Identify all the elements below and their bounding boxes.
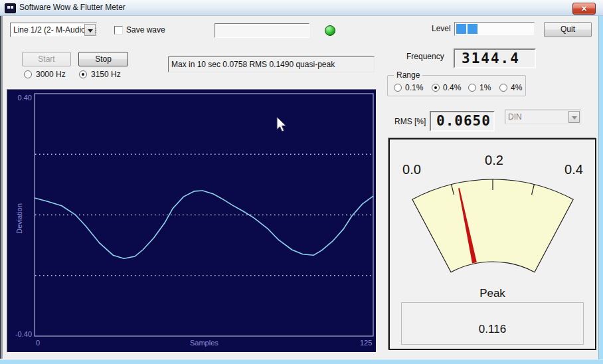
range-0.1-radio[interactable] xyxy=(394,84,402,92)
freq-3150hz-radio[interactable] xyxy=(79,70,87,78)
title-bar: Software Wow & Flutter Meter ✕ xyxy=(0,0,603,16)
x-min-tick: 0 xyxy=(36,339,40,347)
range-1-radio[interactable] xyxy=(468,84,476,92)
weighting-select[interactable]: DIN xyxy=(505,110,581,124)
close-button[interactable]: ✕ xyxy=(572,3,596,15)
peak-display: 0.116 xyxy=(401,302,584,345)
range-0.4-radio[interactable] xyxy=(432,84,440,92)
rms-label: RMS [%] xyxy=(394,117,426,126)
range-4-radio[interactable] xyxy=(499,84,507,92)
chevron-down-icon xyxy=(568,111,580,123)
x-max-tick: 125 xyxy=(360,339,372,347)
analog-meter-panel: 0.00.20.4 Peak 0.116 xyxy=(388,138,596,350)
peak-value: 0.116 xyxy=(402,323,583,336)
freq-3150hz-label: 3150 Hz xyxy=(91,70,121,79)
y-axis-label: Deviation xyxy=(15,203,23,234)
app-window: Software Wow & Flutter Meter ✕ Line 1/2 … xyxy=(0,0,603,364)
freq-3000hz-radio[interactable] xyxy=(24,70,32,78)
window-border-bottom xyxy=(0,359,603,364)
frequency-display: 3144.4 xyxy=(454,48,536,68)
deviation-chart-panel: 0.40 -0.40 0 Samples 125 Deviation xyxy=(7,89,377,353)
deviation-chart xyxy=(7,90,376,352)
x-axis-label: Samples xyxy=(190,339,218,347)
save-wave-label: Save wave xyxy=(126,25,165,35)
app-icon xyxy=(5,3,16,13)
range-group-label: Range xyxy=(394,70,422,80)
range-1-label: 1% xyxy=(479,83,491,92)
frequency-label: Frequency xyxy=(406,52,444,61)
freq-3000hz-label: 3000 Hz xyxy=(36,70,66,79)
filename-input[interactable] xyxy=(215,23,309,38)
svg-text:0.0: 0.0 xyxy=(402,162,421,177)
quit-button[interactable]: Quit xyxy=(544,22,592,37)
save-wave-checkbox[interactable] xyxy=(114,26,123,35)
y-max-tick: 0.40 xyxy=(18,94,32,102)
input-device-select[interactable]: Line 1/2 (2- M-Audio De xyxy=(10,23,97,37)
signal-led-icon xyxy=(325,25,335,36)
window-border-left xyxy=(0,16,3,359)
window-title: Software Wow & Flutter Meter xyxy=(19,3,126,12)
measurement-status: Max in 10 sec 0.0758 RMS 0.1490 quasi-pe… xyxy=(168,56,375,72)
range-0.4-label: 0.4% xyxy=(443,83,461,92)
stop-button[interactable]: Stop xyxy=(78,52,128,66)
chevron-down-icon[interactable] xyxy=(84,24,96,36)
window-border-right xyxy=(598,16,603,364)
start-button[interactable]: Start xyxy=(22,52,71,66)
level-meter xyxy=(454,22,535,36)
weighting-value: DIN xyxy=(508,112,522,122)
range-4-label: 4% xyxy=(511,83,522,92)
rms-display: 0.0650 xyxy=(430,111,495,132)
y-min-tick: -0.40 xyxy=(15,330,32,338)
peak-label: Peak xyxy=(390,287,595,300)
svg-text:0.2: 0.2 xyxy=(485,153,503,167)
svg-text:0.4: 0.4 xyxy=(564,162,583,177)
level-label: Level xyxy=(432,24,451,33)
range-0.1-label: 0.1% xyxy=(405,83,423,92)
